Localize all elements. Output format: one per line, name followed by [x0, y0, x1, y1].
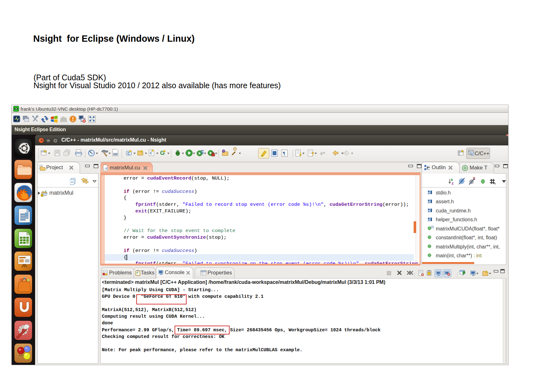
svg-text:C: C	[471, 153, 473, 156]
svg-text:c: c	[45, 190, 46, 193]
svg-text:b-o-i: b-o-i	[19, 354, 23, 356]
svg-text:010: 010	[114, 153, 117, 156]
svg-text:G: G	[160, 150, 165, 156]
svg-text:C/C++: C/C++	[475, 151, 489, 156]
svg-text:!: !	[42, 194, 42, 197]
svg-text:z: z	[452, 181, 454, 186]
svg-text:C: C	[150, 151, 152, 155]
svg-text:¶: ¶	[283, 151, 285, 156]
svg-text:.c: .c	[104, 167, 108, 170]
svg-text:C: C	[127, 152, 130, 155]
